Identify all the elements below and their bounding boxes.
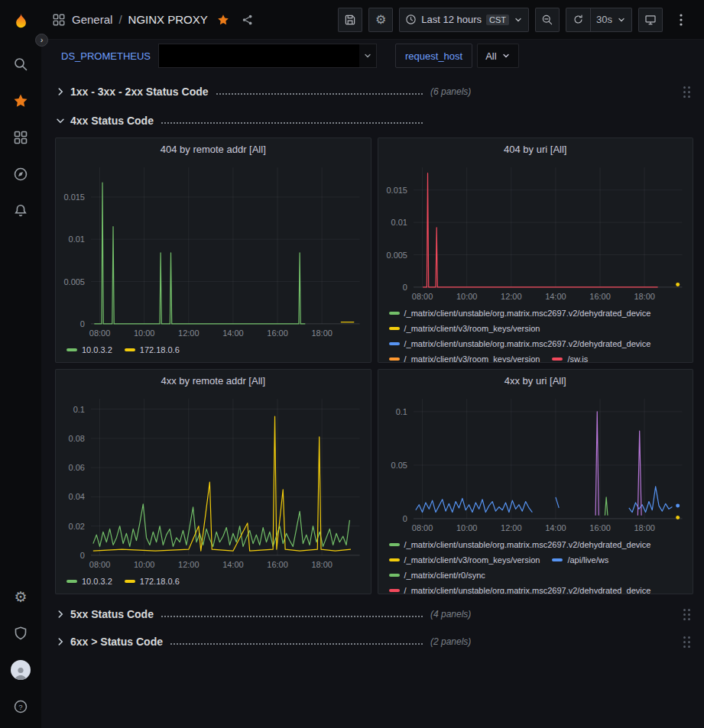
panel-title[interactable]: 404 by uri [All]	[378, 138, 693, 160]
sidebar-item-profile[interactable]	[0, 652, 41, 688]
more-options-button[interactable]	[669, 8, 693, 32]
panel-title[interactable]: 4xx by remote addr [All]	[56, 370, 371, 391]
legend-label: /_matrix/client/unstable/org.matrix.msc2…	[404, 336, 651, 351]
alerting-bell-icon	[13, 203, 28, 218]
chevron-down-icon	[501, 51, 511, 60]
legend-item[interactable]: /_matrix/client/v3/room_keys/version	[389, 552, 540, 568]
legend-label: /sw.js	[567, 351, 588, 362]
time-series-plot[interactable]: 08:0010:0012:0014:0016:0018:0000.020.040…	[56, 391, 371, 572]
legend-item[interactable]: /_matrix/client/r0/sync	[389, 568, 485, 583]
sidebar-item-configuration[interactable]: ⚙	[0, 578, 41, 615]
legend-item[interactable]: /_matrix/client/unstable/org.matrix.msc2…	[389, 583, 651, 594]
user-avatar	[11, 660, 31, 680]
refresh-group: 30s	[566, 8, 632, 32]
breadcrumb-dashboard-title[interactable]: NGINX PROXY	[128, 13, 208, 26]
datasource-value-select[interactable]	[158, 44, 377, 68]
dashboards-icon	[13, 130, 28, 145]
svg-text:14:00: 14:00	[545, 292, 566, 301]
legend-label: /_matrix/client/v3/room_keys/version	[404, 351, 540, 362]
cycle-view-mode-button[interactable]	[638, 8, 663, 32]
series-color-swatch	[67, 348, 77, 351]
svg-text:14:00: 14:00	[222, 560, 243, 569]
row-header-5xx[interactable]: 5xx Status Code (4 panels)	[55, 603, 693, 625]
legend-item[interactable]: /_matrix/client/v3/room_keys/version	[389, 351, 540, 362]
svg-text:16:00: 16:00	[589, 292, 610, 301]
svg-text:0.08: 0.08	[69, 434, 85, 443]
zoom-out-time-button[interactable]	[535, 8, 560, 32]
legend: /_matrix/client/unstable/org.matrix.msc2…	[378, 535, 693, 594]
legend-item[interactable]: /_matrix/client/unstable/org.matrix.msc2…	[389, 306, 651, 321]
request-host-value-select[interactable]: All	[477, 44, 518, 68]
legend-item[interactable]: /_matrix/client/unstable/org.matrix.msc2…	[389, 336, 651, 351]
legend-item[interactable]: 10.0.3.2	[67, 342, 112, 358]
sidebar-item-dashboards[interactable]	[0, 119, 41, 156]
time-series-plot[interactable]: 08:0010:0012:0014:0016:0018:0000.0050.01…	[56, 160, 371, 341]
legend-item[interactable]: /_matrix/client/unstable/org.matrix.msc2…	[389, 537, 651, 552]
legend-item[interactable]: /api/live/ws	[552, 552, 608, 568]
row-header-6xx[interactable]: 6xx > Status Code (2 panels)	[55, 631, 693, 652]
legend-item[interactable]: /sw.js	[552, 351, 588, 362]
dotted-leader	[216, 93, 423, 95]
legend-item[interactable]: 172.18.0.6	[125, 342, 180, 358]
row-title: 1xx - 3xx - 2xx Status Code	[70, 86, 209, 98]
legend-item[interactable]: /_matrix/client/v3/room_keys/version	[389, 321, 540, 336]
grafana-logo[interactable]	[0, 5, 41, 40]
row-drag-handle-icon[interactable]	[683, 609, 690, 620]
favorite-star-button[interactable]	[217, 14, 229, 26]
datasource-variable-label[interactable]: DS_PROMETHEUS	[61, 50, 158, 62]
sidebar-item-starred[interactable]	[0, 83, 41, 119]
legend-item[interactable]: 172.18.0.6	[125, 574, 180, 589]
svg-text:18:00: 18:00	[634, 523, 654, 532]
dashboard-settings-button[interactable]: ⚙	[368, 8, 393, 32]
panel-title[interactable]: 4xx by uri [All]	[378, 370, 693, 391]
refresh-interval-value: 30s	[596, 14, 612, 25]
refresh-interval-select[interactable]: 30s	[590, 8, 632, 32]
chevron-down-icon	[55, 115, 66, 126]
svg-text:08:00: 08:00	[411, 292, 432, 301]
svg-text:0.05: 0.05	[391, 461, 407, 470]
sidebar-item-server-admin[interactable]	[0, 615, 41, 652]
sidebar-item-alerting[interactable]	[0, 193, 41, 229]
sidebar-item-help[interactable]: ?	[0, 688, 41, 725]
request-host-variable-label[interactable]: request_host	[395, 44, 472, 68]
time-range-picker[interactable]: Last 12 hours CST	[399, 8, 529, 32]
sidebar-item-explore[interactable]	[0, 156, 41, 193]
time-series-plot[interactable]: 08:0010:0012:0014:0016:0018:0000.0050.01…	[378, 160, 693, 304]
help-icon: ?	[13, 699, 28, 714]
row-drag-handle-icon[interactable]	[683, 636, 690, 648]
chevron-down-icon	[617, 15, 626, 24]
breadcrumb: General / NGINX PROXY	[52, 13, 254, 27]
time-series-plot[interactable]: 08:0010:0012:0014:0016:0018:0000.050.1	[378, 391, 693, 535]
svg-text:12:00: 12:00	[501, 292, 521, 301]
series-color-swatch	[389, 589, 400, 592]
legend-item[interactable]: 10.0.3.2	[67, 574, 112, 589]
share-dashboard-button[interactable]	[242, 14, 254, 26]
svg-text:10:00: 10:00	[134, 328, 154, 338]
sidebar-item-search[interactable]	[0, 46, 41, 83]
row-drag-handle-icon[interactable]	[683, 86, 690, 98]
svg-text:16:00: 16:00	[267, 560, 287, 569]
expand-sidebar-button[interactable]: ›	[35, 34, 48, 47]
explore-compass-icon	[13, 167, 28, 182]
svg-text:0.015: 0.015	[64, 193, 85, 202]
row-header-4xx[interactable]: 4xx Status Code	[55, 110, 693, 131]
gear-icon: ⚙	[375, 14, 386, 26]
svg-text:0.1: 0.1	[395, 407, 407, 416]
apps-grid-icon	[52, 13, 66, 27]
svg-text:?: ?	[18, 703, 22, 711]
breadcrumb-section[interactable]: General	[72, 13, 112, 26]
refresh-dashboard-button[interactable]	[566, 8, 590, 32]
svg-text:0.005: 0.005	[64, 277, 85, 286]
panel-4xx-by-remote-addr: 4xx by remote addr [All] 08:0010:0012:00…	[55, 369, 371, 594]
star-icon	[13, 93, 28, 108]
svg-text:18:00: 18:00	[311, 560, 332, 569]
panel-title[interactable]: 404 by remote addr [All]	[56, 138, 371, 160]
svg-text:12:00: 12:00	[501, 523, 521, 532]
series-color-swatch	[389, 558, 400, 561]
save-dashboard-button[interactable]	[338, 8, 362, 32]
share-icon	[242, 14, 254, 26]
series-color-swatch	[67, 580, 77, 583]
row-header-1xx-3xx-2xx[interactable]: 1xx - 3xx - 2xx Status Code (6 panels)	[55, 81, 693, 102]
series-color-swatch	[552, 358, 563, 361]
legend-label: /_matrix/client/unstable/org.matrix.msc2…	[404, 583, 651, 594]
